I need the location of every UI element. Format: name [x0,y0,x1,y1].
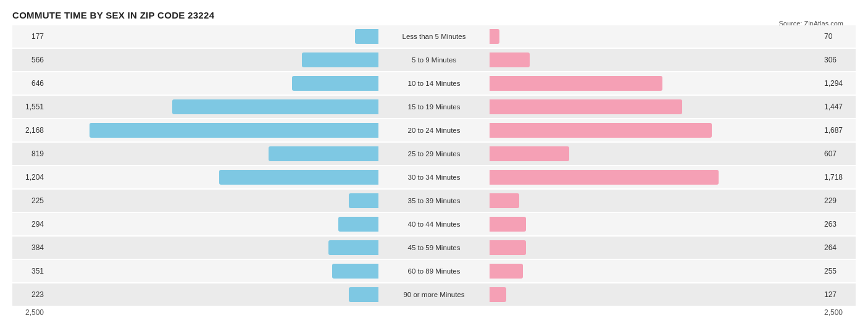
bar-right-container [490,170,822,185]
table-row: 351 60 to 89 Minutes 255 [12,260,856,282]
bar-right-container [490,146,822,161]
male-bar [338,217,378,232]
bar-right-container [490,99,822,114]
male-value: 384 [12,243,46,252]
table-row: 177 Less than 5 Minutes 70 [12,25,856,48]
chart-area: 177 Less than 5 Minutes 70 566 5 to 9 Mi… [12,25,856,323]
female-bar [490,287,506,302]
x-left-label: 2,500 [12,308,46,317]
table-row: 1,551 15 to 19 Minutes 1,447 [12,96,856,118]
bar-right-container [490,287,822,302]
male-value: 1,204 [12,173,46,182]
male-bar [292,76,378,91]
male-value: 223 [12,290,46,299]
female-value: 263 [822,220,856,229]
male-bar [349,287,378,302]
row-label: 25 to 29 Minutes [378,150,490,157]
x-right-label: 2,500 [822,308,856,317]
table-row: 2,168 20 to 24 Minutes 1,687 [12,119,856,141]
bar-right-container [490,193,822,208]
male-bar [90,123,378,138]
table-row: 1,204 30 to 34 Minutes 1,718 [12,166,856,188]
chart-title: COMMUTE TIME BY SEX IN ZIP CODE 23224 [12,10,856,20]
table-row: 566 5 to 9 Minutes 306 [12,49,856,71]
female-bar [490,146,569,161]
table-row: 384 45 to 59 Minutes 264 [12,237,856,259]
female-bar [490,29,499,44]
female-value: 127 [822,290,856,299]
female-value: 607 [822,149,856,158]
bar-right-container [490,217,822,232]
table-row: 819 25 to 29 Minutes 607 [12,143,856,165]
row-label: 90 or more Minutes [378,291,490,298]
male-value: 351 [12,267,46,275]
male-value: 646 [12,79,46,88]
male-bar [355,29,378,44]
male-bar [219,170,378,185]
row-label: 10 to 14 Minutes [378,80,490,87]
female-value: 306 [822,56,856,64]
female-bar [490,76,662,91]
male-bar [328,240,378,255]
row-label: 30 to 34 Minutes [378,174,490,181]
female-value: 70 [822,32,856,41]
female-value: 255 [822,267,856,275]
female-bar [490,264,523,279]
row-label: 40 to 44 Minutes [378,220,490,228]
table-row: 294 40 to 44 Minutes 263 [12,213,856,235]
bar-left-container [46,217,378,232]
male-bar [269,146,378,161]
table-row: 225 35 to 39 Minutes 229 [12,190,856,212]
bar-right-container [490,29,822,44]
male-bar [332,264,378,279]
male-value: 294 [12,220,46,229]
bar-right-container [490,52,822,67]
bar-left-container [46,76,378,91]
row-label: 60 to 89 Minutes [378,267,490,275]
female-bar [490,123,712,138]
bar-left-container [46,146,378,161]
row-label: 20 to 24 Minutes [378,127,490,134]
female-value: 1,294 [822,79,856,88]
male-bar [349,193,378,208]
bar-left-container [46,170,378,185]
row-label: 45 to 59 Minutes [378,244,490,251]
female-bar [490,170,719,185]
female-value: 1,687 [822,126,856,135]
bar-right-container [490,240,822,255]
male-value: 2,168 [12,126,46,135]
female-bar [490,99,682,114]
bar-left-container [46,193,378,208]
bar-right-container [490,123,822,138]
row-label: 15 to 19 Minutes [378,103,490,111]
table-row: 223 90 or more Minutes 127 [12,283,856,306]
male-value: 819 [12,149,46,158]
row-label: 5 to 9 Minutes [378,56,490,64]
female-bar [490,193,519,208]
female-value: 1,718 [822,173,856,182]
female-bar [490,52,530,67]
male-bar [302,52,378,67]
bar-right-container [490,264,822,279]
row-label: 35 to 39 Minutes [378,197,490,204]
male-value: 225 [12,196,46,205]
male-bar [172,99,378,114]
female-bar [490,217,526,232]
bar-left-container [46,52,378,67]
bar-left-container [46,240,378,255]
female-value: 264 [822,243,856,252]
x-axis: 2,500 2,500 [12,308,856,317]
bar-left-container [46,123,378,138]
female-value: 1,447 [822,103,856,111]
male-value: 177 [12,32,46,41]
bar-left-container [46,29,378,44]
female-bar [490,240,526,255]
row-label: Less than 5 Minutes [378,33,490,40]
female-value: 229 [822,196,856,205]
bar-left-container [46,99,378,114]
male-value: 566 [12,56,46,64]
table-row: 646 10 to 14 Minutes 1,294 [12,72,856,94]
bar-right-container [490,76,822,91]
bar-left-container [46,264,378,279]
male-value: 1,551 [12,103,46,111]
